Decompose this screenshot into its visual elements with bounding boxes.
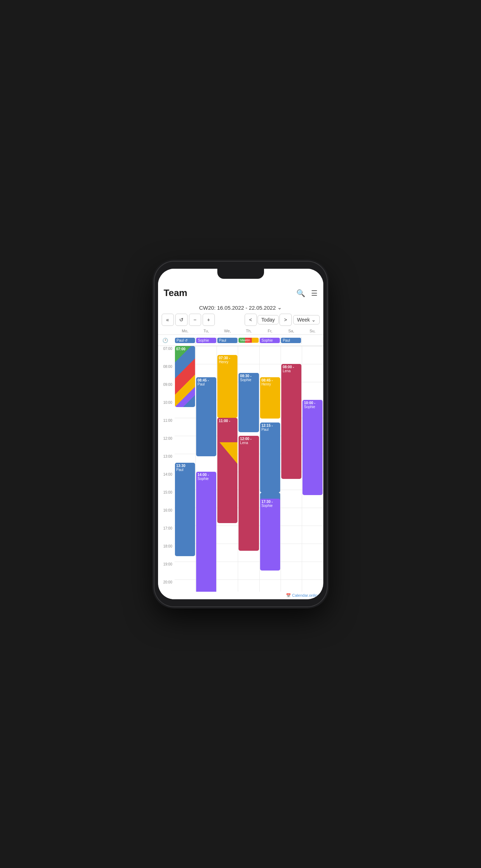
allday-event-paul-we[interactable]: Paul (240, 354, 252, 359)
day-columns: 07:00 13:30Paul 08:45 -Paul (188, 362, 311, 583)
day-header-tu: Tu, (221, 345, 236, 351)
day-col-mo: 07:00 13:30Paul (188, 362, 206, 583)
day-header-fr: Fr, (266, 345, 281, 351)
event-mo-main[interactable]: 07:00 (189, 362, 205, 497)
day-header-we: We, (236, 345, 251, 351)
time-grid-scroll[interactable]: 07:00 08:00 09:00 10:00 11:00 12:00 13:0… (170, 362, 311, 583)
day-col-sa: 08:00 -Lena (276, 362, 293, 583)
day-col-tu: 08:45 -Paul 14:00 -Sophi (205, 362, 223, 583)
brand-tld: .online (294, 575, 306, 579)
event-we-1100[interactable]: 11:00 - (224, 470, 233, 502)
allday-cell-we: Paul (240, 353, 252, 360)
day-col-su: 10:00 -Sophi (293, 362, 311, 583)
event-fr-paul[interactable]: 12:15 -Paul (259, 504, 275, 565)
app-title: Team (177, 304, 200, 315)
view-chevron-icon: ∨ (299, 333, 302, 339)
time-labels: 07:00 08:00 09:00 10:00 11:00 12:00 13:0… (170, 362, 188, 583)
allday-cell-th: Meetin (252, 353, 269, 360)
allday-cell-mo: Paul ↺ (206, 353, 223, 360)
volume-up-button[interactable] (165, 366, 166, 378)
time-label-1100: 11:00 (170, 467, 188, 494)
clock-icon: 🕐 (194, 354, 200, 359)
zoom-in-button[interactable]: + (214, 329, 226, 342)
event-sa-lena[interactable]: 08:00 -Lena (277, 389, 293, 529)
day-col-th: 08:30 -Sophi 12:00 -Lena (241, 362, 258, 583)
app-header: Team 🔍 ☰ (170, 301, 311, 318)
week-chevron-icon: ∨ (278, 319, 281, 325)
time-label-1300: 13:00 (170, 521, 188, 548)
allday-event-meeting-th[interactable]: Meetin (253, 354, 268, 359)
header-icons: 🔍 ☰ (283, 305, 304, 313)
phone-frame: Team 🔍 ☰ CW20: 16.05.2022 - 22.05.2022 ∨… (165, 281, 316, 588)
allday-event-sophie-tu[interactable]: Sophie (223, 354, 239, 359)
refresh-button[interactable]: ↺ (188, 329, 199, 342)
brand-footer: 📅 Calendar .online (270, 574, 306, 580)
event-mo-paul[interactable]: 13:30Paul (189, 537, 205, 583)
next-button[interactable]: > (268, 329, 278, 342)
notch (217, 286, 264, 296)
time-label-1200: 12:00 (170, 494, 188, 521)
time-label-700: 07:00 (170, 362, 188, 387)
allday-event-paul-sa[interactable]: Paul (286, 354, 298, 359)
allday-event-sophie-fr[interactable]: Sophie (269, 354, 285, 359)
event-su-sophie[interactable]: 10:00 -Sophi (295, 443, 310, 544)
time-grid: 07:00 08:00 09:00 10:00 11:00 12:00 13:0… (170, 362, 311, 583)
brand-name: Calendar (277, 575, 293, 579)
day-header-mo: Mo, (206, 345, 221, 351)
event-we-pink[interactable] (232, 470, 240, 583)
search-icon[interactable]: 🔍 (283, 305, 292, 313)
event-th-lena[interactable]: 12:00 -Lena (242, 497, 258, 583)
allday-cell-sa: Paul (286, 353, 298, 360)
week-label: CW20: 16.05.2022 - 22.05.2022 (200, 319, 277, 325)
time-label-1000: 10:00 (170, 440, 188, 467)
allday-row: 🕐 Paul ↺ Sophie Paul Meetin (170, 351, 311, 362)
day-headers: Mo, Tu, We, Th, Fr, Sa, Su, (170, 345, 311, 351)
today-button[interactable]: Today (242, 329, 266, 342)
phone-screen: Team 🔍 ☰ CW20: 16.05.2022 - 22.05.2022 ∨… (170, 286, 311, 583)
week-selector[interactable]: CW20: 16.05.2022 - 22.05.2022 ∨ (170, 318, 311, 328)
calendar-icon: 📅 (270, 574, 276, 580)
menu-icon[interactable]: ☰ (297, 305, 304, 313)
event-tu-paul[interactable]: 08:45 -Paul (207, 403, 222, 485)
allday-cell-su (298, 356, 311, 357)
week-view-button[interactable]: Week ∨ (280, 329, 306, 342)
back-back-button[interactable]: « (175, 329, 186, 342)
camera (253, 288, 256, 292)
toolbar: « ↺ − + < Today > Week ∨ (170, 328, 311, 345)
power-button[interactable] (315, 434, 316, 456)
zoom-out-button[interactable]: − (202, 329, 213, 342)
day-col-we: 07:30 -Henry 11:00 - (223, 362, 241, 583)
volume-down-button[interactable] (165, 391, 166, 402)
allday-cell-tu: Sophie (222, 353, 239, 360)
event-th-sophie[interactable]: 08:30 -Sophi (242, 403, 258, 484)
allday-event-paul-mo[interactable]: Paul ↺ (207, 354, 222, 359)
day-header-sa: Sa, (281, 345, 296, 351)
event-tu-sophie[interactable]: 14:00 -Sophi (207, 551, 222, 583)
calendar-body: Mo, Tu, We, Th, Fr, Sa, Su, 🕐 Paul ↺ (170, 345, 311, 583)
time-label-1400: 14:00 (170, 548, 188, 575)
allday-cell-fr: Sophie (269, 353, 286, 360)
prev-button[interactable]: < (230, 329, 240, 342)
day-header-th: Th, (251, 345, 266, 351)
day-col-fr: 08:45 -Henry 12:15 -Paul 17:30 -Sophi (258, 362, 276, 583)
event-we-henry[interactable]: 07:30 -Henry (224, 375, 240, 454)
time-label-800: 08:00 (170, 387, 188, 414)
event-fr-henry[interactable]: 08:45 -Henry (259, 403, 275, 462)
time-label-1500: 15:00 (170, 575, 188, 583)
day-header-su: Su, (296, 345, 311, 351)
time-label-900: 09:00 (170, 414, 188, 440)
